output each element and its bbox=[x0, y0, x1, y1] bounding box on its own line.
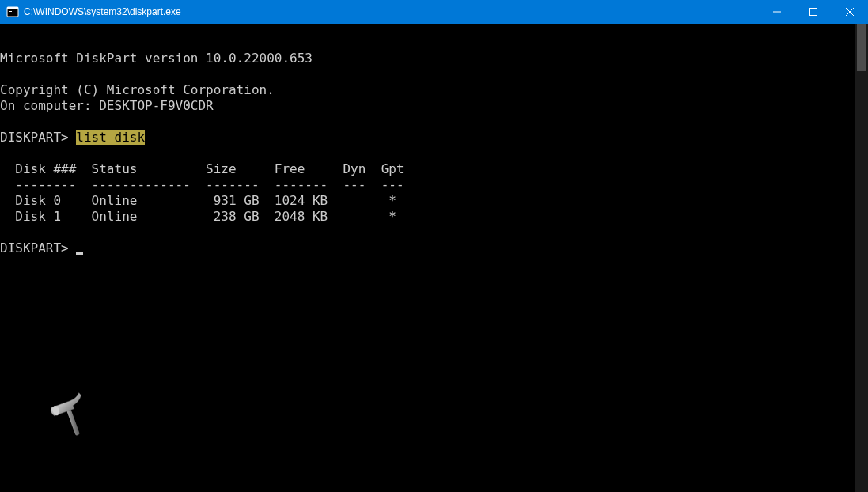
terminal-area[interactable]: Microsoft DiskPart version 10.0.22000.65… bbox=[0, 24, 868, 492]
prompt-line: DISKPART> bbox=[0, 240, 855, 256]
version-line: Microsoft DiskPart version 10.0.22000.65… bbox=[0, 51, 855, 66]
titlebar[interactable]: C:\WINDOWS\system32\diskpart.exe bbox=[0, 0, 868, 24]
table-row: Disk 0 Online 931 GB 1024 KB * bbox=[0, 193, 855, 209]
table-row: Disk 1 Online 238 GB 2048 KB * bbox=[0, 209, 855, 225]
terminal-output: Microsoft DiskPart version 10.0.22000.65… bbox=[0, 24, 855, 492]
maximize-button[interactable] bbox=[795, 0, 832, 24]
blank-line bbox=[0, 35, 855, 51]
computer-line: On computer: DESKTOP-F9V0CDR bbox=[0, 98, 855, 114]
diskpart-window: C:\WINDOWS\system32\diskpart.exe Microso… bbox=[0, 0, 868, 492]
close-button[interactable] bbox=[832, 0, 868, 24]
svg-rect-2 bbox=[9, 11, 12, 12]
cursor bbox=[76, 252, 83, 255]
app-icon bbox=[6, 6, 19, 18]
minimize-button[interactable] bbox=[759, 0, 795, 24]
prompt-prefix: DISKPART> bbox=[0, 130, 76, 145]
prompt-line: DISKPART> list disk bbox=[0, 130, 855, 146]
blank-line bbox=[0, 225, 855, 240]
window-title: C:\WINDOWS\system32\diskpart.exe bbox=[24, 6, 759, 17]
blank-line bbox=[0, 66, 855, 82]
table-divider: -------- ------------- ------- ------- -… bbox=[0, 177, 855, 193]
window-controls bbox=[759, 0, 868, 24]
scrollbar-thumb[interactable] bbox=[857, 24, 866, 71]
table-header: Disk ### Status Size Free Dyn Gpt bbox=[0, 161, 855, 177]
copyright-line: Copyright (C) Microsoft Corporation. bbox=[0, 82, 855, 98]
vertical-scrollbar[interactable] bbox=[855, 24, 868, 492]
prompt-prefix: DISKPART> bbox=[0, 240, 76, 255]
svg-rect-4 bbox=[810, 9, 817, 16]
blank-line bbox=[0, 146, 855, 161]
svg-rect-1 bbox=[7, 7, 18, 9]
blank-line bbox=[0, 114, 855, 130]
command-text: list disk bbox=[76, 130, 145, 145]
